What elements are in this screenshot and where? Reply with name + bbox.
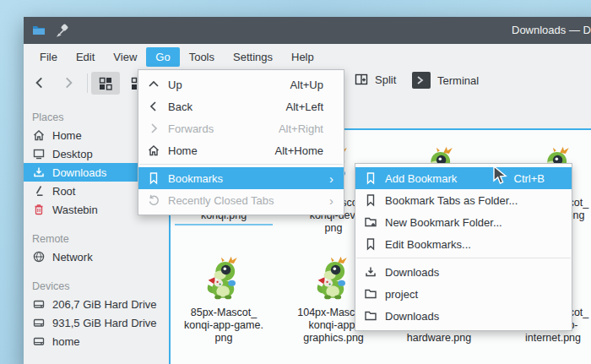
home-icon — [32, 128, 46, 142]
undo-icon — [147, 193, 160, 207]
trash-icon — [32, 203, 46, 216]
sidebar-item-label: 931,5 GiB Hard Drive — [52, 317, 157, 329]
folder-icon — [364, 287, 377, 301]
home-icon — [147, 144, 160, 157]
up-icon — [147, 78, 160, 91]
menu-go[interactable]: Go — [146, 47, 179, 67]
split-button[interactable]: Split — [355, 73, 396, 86]
drive-icon — [32, 316, 46, 329]
mouse-cursor — [492, 166, 511, 186]
menu-shortcut: Alt+Home — [275, 144, 335, 157]
sidebar-item-label: 206,7 GiB Hard Drive — [52, 298, 157, 311]
menu-shortcut: Alt+Right — [279, 122, 335, 135]
go-menu: Up Alt+Up Back Alt+Left Forwards Alt+Rig… — [138, 69, 344, 215]
sidebar-item-label: Home — [52, 129, 82, 142]
menu-view[interactable]: View — [104, 47, 146, 67]
menu-settings[interactable]: Settings — [224, 47, 282, 67]
menu-shortcut: Ctrl+B — [514, 172, 563, 185]
bookmark-icon — [364, 237, 377, 251]
menu-file[interactable]: File — [30, 47, 67, 67]
menu-item-bookmark-project[interactable]: project — [355, 283, 572, 305]
menu-item-bookmarks[interactable]: Bookmarks › — [138, 167, 344, 189]
terminal-icon — [412, 72, 431, 89]
file-label-line: hardware.png — [390, 332, 488, 345]
menu-item-bookmark-tabs-as-folder[interactable]: Bookmark Tabs as Folder... — [355, 189, 572, 211]
menu-item-label: project — [385, 288, 418, 301]
back-icon — [147, 100, 160, 113]
terminal-button[interactable]: Terminal — [412, 72, 479, 89]
menu-shortcut: Alt+Up — [290, 79, 335, 91]
network-icon — [32, 250, 46, 263]
menu-item-label: Back — [168, 101, 192, 113]
sidebar-item-label: Desktop — [52, 148, 93, 160]
sidebar-item-label: Downloads — [52, 166, 106, 179]
konqi-thumbnail — [200, 255, 247, 302]
menu-item-bookmark-downloads[interactable]: Downloads — [355, 261, 572, 283]
menu-item-back[interactable]: Back Alt+Left — [138, 95, 344, 117]
menu-item-label: New Bookmark Folder... — [385, 216, 502, 229]
file-konqi-app-game[interactable]: 85px-Mascot_ konqi-app-game. png — [175, 253, 273, 345]
file-label-line: png — [175, 332, 273, 345]
root-icon — [32, 184, 46, 198]
back-button[interactable] — [32, 75, 47, 90]
toolbar-separator — [87, 73, 88, 93]
desktop-icon — [32, 147, 46, 160]
sidebar-item-network[interactable]: Network — [24, 247, 169, 266]
menu-item-label: Home — [168, 144, 198, 157]
new-folder-icon — [364, 215, 377, 229]
menu-separator — [139, 164, 343, 165]
window-folder-icon — [32, 24, 46, 37]
file-label-line: internet.png — [504, 332, 591, 345]
menu-item-edit-bookmarks[interactable]: Edit Bookmarks... — [355, 233, 572, 255]
submenu-arrow-icon: › — [329, 172, 335, 185]
sidebar-item-label: Network — [52, 251, 93, 263]
menu-item-home[interactable]: Home Alt+Home — [138, 139, 344, 161]
sidebar-item-label: Wastebin — [52, 204, 98, 216]
menubar: File Edit View Go Tools Settings Help — [24, 44, 591, 69]
sidebar-item-drive-931[interactable]: 931,5 GiB Hard Drive — [24, 313, 169, 332]
menu-item-label: Add Bookmark — [385, 172, 457, 185]
sidebar-item-drive-206[interactable]: 206,7 GiB Hard Drive — [24, 295, 169, 313]
icons-view-button[interactable] — [91, 72, 120, 95]
icons-view-icon — [99, 77, 112, 90]
drive-icon — [32, 297, 46, 311]
split-label: Split — [375, 73, 396, 86]
menu-item-forwards[interactable]: Forwards Alt+Right — [138, 117, 344, 139]
bookmark-icon — [147, 171, 160, 185]
forward-button[interactable] — [61, 75, 76, 90]
bookmark-icon — [364, 193, 377, 207]
menu-help[interactable]: Help — [282, 47, 323, 67]
menu-item-label: Downloads — [385, 266, 439, 279]
bookmark-icon — [364, 171, 377, 185]
submenu-arrow-icon: › — [329, 194, 335, 207]
file-label-line: 85px-Mascot_ — [175, 307, 273, 319]
menu-item-add-bookmark[interactable]: Add Bookmark Ctrl+B — [355, 167, 572, 189]
split-icon — [355, 73, 368, 86]
menu-edit[interactable]: Edit — [67, 47, 104, 67]
menu-item-label: Bookmark Tabs as Folder... — [385, 194, 518, 207]
menu-item-bookmark-downloads-2[interactable]: Downloads — [355, 305, 572, 327]
menu-item-label: Forwards — [168, 122, 214, 135]
drive-icon — [32, 334, 46, 348]
terminal-label: Terminal — [437, 74, 479, 87]
download-icon — [32, 166, 46, 179]
menu-item-label: Downloads — [385, 310, 439, 323]
menu-item-label: Up — [168, 79, 182, 91]
menu-item-label: Bookmarks — [168, 172, 223, 185]
menu-item-label: Edit Bookmarks... — [385, 238, 471, 251]
menu-tools[interactable]: Tools — [180, 47, 224, 67]
remote-header: Remote — [24, 231, 169, 247]
menu-item-up[interactable]: Up Alt+Up — [138, 73, 344, 95]
menu-item-label: Recently Closed Tabs — [168, 194, 274, 207]
menu-item-new-bookmark-folder[interactable]: New Bookmark Folder... — [355, 211, 572, 233]
menu-shortcut: Alt+Left — [286, 101, 335, 113]
dolphin-window: Downloads — Dolphin File Edit View Go To… — [24, 17, 591, 364]
menu-separator — [356, 258, 571, 258]
konqi-thumbnail — [310, 255, 357, 302]
titlebar[interactable]: Downloads — Dolphin — [24, 17, 591, 44]
folder-icon — [364, 309, 377, 323]
sidebar-item-drive-home[interactable]: home — [24, 332, 169, 350]
window-title: Downloads — Dolphin — [512, 24, 591, 36]
pin-icon[interactable] — [56, 24, 69, 37]
menu-item-recently-closed-tabs[interactable]: Recently Closed Tabs › — [138, 189, 344, 211]
